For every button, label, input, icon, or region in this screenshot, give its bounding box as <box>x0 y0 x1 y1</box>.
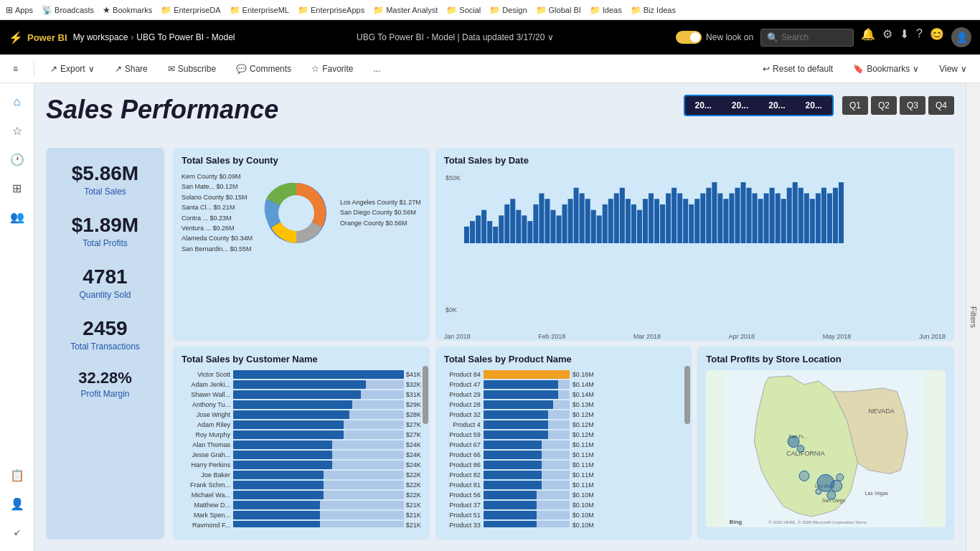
customer-bar-item-14[interactable]: Mark Spen... $21K <box>182 511 421 519</box>
bookmark-social[interactable]: 📁 Social <box>446 5 481 15</box>
date-bar-41[interactable] <box>700 193 705 243</box>
customer-bar-item-1[interactable]: Adam Jenki... $32K <box>182 380 421 389</box>
customer-bar-item-5[interactable]: Adam Riley $27K <box>182 420 421 429</box>
sidebar-item-apps[interactable]: ⊞ <box>4 175 30 201</box>
workspace-link[interactable]: My workspace <box>73 32 128 42</box>
date-bar-60[interactable] <box>809 199 814 243</box>
date-bar-47[interactable] <box>735 188 740 243</box>
menu-button[interactable]: ≡ <box>9 61 22 77</box>
year-filter-2[interactable]: 20... <box>758 96 795 115</box>
date-bar-27[interactable] <box>619 188 624 243</box>
quarter-filter-q1[interactable]: Q1 <box>842 96 868 115</box>
date-bar-12[interactable] <box>533 204 538 243</box>
product-bar-item-7[interactable]: Product 67 $0.11M <box>444 441 684 449</box>
customer-bar-item-10[interactable]: Joe Baker $22K <box>182 471 421 479</box>
date-bar-10[interactable] <box>522 215 527 243</box>
date-bar-53[interactable] <box>769 188 774 243</box>
bookmark-enterprisedna[interactable]: 📁 EnterpriseDA <box>161 5 220 15</box>
date-bar-45[interactable] <box>723 199 728 243</box>
sidebar-item-favorites[interactable]: ☆ <box>4 118 30 143</box>
date-bar-26[interactable] <box>613 193 618 243</box>
date-bar-51[interactable] <box>758 199 763 243</box>
customer-scrollbar[interactable] <box>423 366 428 424</box>
product-bar-item-10[interactable]: Product 82 $0.11M <box>444 471 684 479</box>
date-bar-63[interactable] <box>827 193 832 243</box>
bookmark-apps[interactable]: ⊞ Apps <box>6 5 33 15</box>
bookmark-global-bi[interactable]: 📁 Global BI <box>536 5 581 15</box>
bookmarks-button[interactable]: 🔖 Bookmarks ∨ <box>849 61 923 77</box>
date-bar-40[interactable] <box>694 199 699 243</box>
date-bar-16[interactable] <box>556 215 561 243</box>
favorite-button[interactable]: ☆ Favorite <box>307 61 357 77</box>
customer-bar-item-15[interactable]: Raymond F... $21K <box>182 521 421 527</box>
date-bar-25[interactable] <box>608 199 613 243</box>
year-filter-3[interactable]: 20... <box>796 96 832 115</box>
quarter-filter-q4[interactable]: Q4 <box>928 96 954 115</box>
date-bar-8[interactable] <box>510 199 515 243</box>
date-bar-55[interactable] <box>781 199 786 243</box>
sidebar-item-collapse[interactable]: ↙ <box>4 519 30 545</box>
quarter-filter-q3[interactable]: Q3 <box>900 96 925 115</box>
product-bar-item-2[interactable]: Product 29 $0.14M <box>444 390 684 399</box>
date-bar-38[interactable] <box>683 199 688 243</box>
date-bar-32[interactable] <box>649 193 654 243</box>
filters-panel[interactable]: Filters <box>966 83 980 551</box>
date-bar-62[interactable] <box>821 188 826 243</box>
date-bar-35[interactable] <box>666 193 671 243</box>
date-bar-22[interactable] <box>590 210 595 243</box>
date-bar-19[interactable] <box>573 188 578 243</box>
bookmark-broadcasts[interactable]: 📡 Broadcasts <box>42 5 94 15</box>
sidebar-item-recent[interactable]: 🕐 <box>4 146 30 172</box>
notifications-icon[interactable]: 🔔 <box>861 27 875 47</box>
date-bar-64[interactable] <box>833 188 838 243</box>
year-filter-0[interactable]: 20... <box>685 96 722 115</box>
search-input[interactable] <box>781 32 847 42</box>
sidebar-item-shared[interactable]: 👥 <box>4 204 30 230</box>
date-bar-42[interactable] <box>706 188 711 243</box>
settings-icon[interactable]: ⚙ <box>882 27 892 47</box>
date-bar-30[interactable] <box>637 210 642 243</box>
quarter-filter-q2[interactable]: Q2 <box>871 96 897 115</box>
date-bar-61[interactable] <box>816 193 821 243</box>
customer-bar-item-9[interactable]: Harry Perkins $24K <box>182 461 421 469</box>
product-bar-item-9[interactable]: Product 86 $0.11M <box>444 461 684 469</box>
date-bar-2[interactable] <box>476 215 481 243</box>
sidebar-item-workspaces[interactable]: 📋 <box>4 462 30 488</box>
date-bar-3[interactable] <box>481 210 486 243</box>
date-bar-46[interactable] <box>729 193 734 243</box>
date-bar-18[interactable] <box>567 199 573 243</box>
download-icon[interactable]: ⬇ <box>900 27 909 47</box>
date-bar-36[interactable] <box>672 188 677 243</box>
customer-bar-item-3[interactable]: Anthony Tu... $29K <box>182 400 421 409</box>
product-bar-item-13[interactable]: Product 37 $0.10M <box>444 501 684 509</box>
bookmark-design[interactable]: 📁 Design <box>489 5 527 15</box>
date-bar-31[interactable] <box>643 199 648 243</box>
year-filter-1[interactable]: 20... <box>722 96 758 115</box>
date-bar-39[interactable] <box>689 204 694 243</box>
product-bar-item-4[interactable]: Product 32 $0.12M <box>444 410 684 419</box>
date-bar-6[interactable] <box>499 215 504 243</box>
more-button[interactable]: ... <box>369 61 385 77</box>
date-bar-1[interactable] <box>470 221 475 243</box>
date-bar-54[interactable] <box>775 193 780 243</box>
date-bar-21[interactable] <box>585 199 590 243</box>
customer-bar-item-7[interactable]: Alan Thomas $24K <box>182 441 421 449</box>
date-bar-7[interactable] <box>504 204 509 243</box>
product-bar-item-8[interactable]: Product 66 $0.11M <box>444 451 684 459</box>
subscribe-button[interactable]: ✉ Subscribe <box>164 61 220 77</box>
reset-button[interactable]: ↩ Reset to default <box>758 61 837 77</box>
date-bar-49[interactable] <box>746 188 751 243</box>
date-bar-43[interactable] <box>712 182 717 243</box>
bookmark-enterpriseapps[interactable]: 📁 EnterpriseApps <box>298 5 364 15</box>
product-scrollbar[interactable] <box>684 366 690 424</box>
export-button[interactable]: ↗ Export ∨ <box>46 61 99 77</box>
help-icon[interactable]: ? <box>916 27 923 47</box>
date-bar-37[interactable] <box>677 193 682 243</box>
date-bar-0[interactable] <box>464 227 469 243</box>
date-bar-4[interactable] <box>487 221 492 243</box>
date-bar-48[interactable] <box>740 182 745 243</box>
customer-bar-item-4[interactable]: Jose Wright $28K <box>182 410 421 419</box>
product-bar-item-3[interactable]: Product 28 $0.13M <box>444 400 684 409</box>
date-bar-5[interactable] <box>493 227 498 243</box>
date-bar-14[interactable] <box>545 199 550 243</box>
